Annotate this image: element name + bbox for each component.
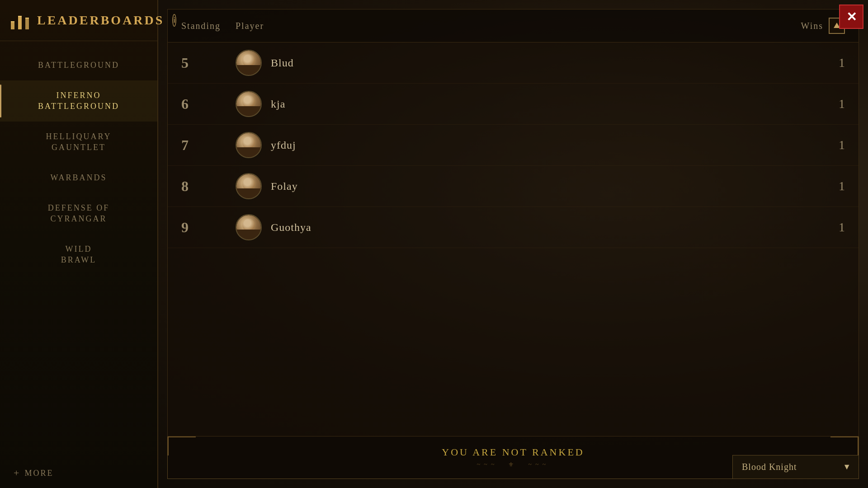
sidebar-item-warbands[interactable]: WARBANDS	[0, 163, 157, 193]
svg-rect-0	[11, 22, 14, 29]
avatar-image	[236, 133, 261, 157]
row-player: yfduj	[236, 132, 791, 158]
avatar-image	[236, 51, 261, 75]
avatar	[236, 173, 262, 199]
avatar	[236, 91, 262, 117]
row-standing: 8	[181, 178, 236, 195]
sidebar: LEADERBOARDS i BATTLEGROUND INFERNOBATTL…	[0, 0, 158, 488]
row-standing: 7	[181, 137, 236, 154]
svg-rect-3	[11, 21, 14, 22]
avatar	[236, 132, 262, 158]
row-player: kja	[236, 91, 791, 117]
row-player: Blud	[236, 50, 791, 76]
more-plus-icon: +	[14, 467, 19, 479]
table-row: 8 Folay 1	[168, 166, 859, 207]
row-wins: 1	[791, 138, 845, 152]
avatar-image	[236, 174, 261, 198]
row-player: Folay	[236, 173, 791, 199]
sidebar-item-helliquary-gauntlet[interactable]: HELLIQUARYGAUNTLET	[0, 122, 157, 163]
avatar	[236, 214, 262, 240]
row-player: Guothya	[236, 214, 791, 240]
class-dropdown-container: Blood Knight ▼	[732, 455, 859, 479]
sidebar-item-wild-brawl[interactable]: WILDBRAWL	[0, 234, 157, 275]
sidebar-item-defense-of-cyrangar[interactable]: DEFENSE OFCYRANGAR	[0, 193, 157, 234]
dropdown-arrow-icon: ▼	[843, 462, 851, 472]
more-label: MORE	[24, 469, 53, 478]
table-header: Standing Player Wins	[167, 9, 859, 42]
sidebar-item-battleground[interactable]: BATTLEGROUND	[0, 50, 157, 80]
table-row: 9 Guothya 1	[168, 207, 859, 248]
col-header-standing: Standing	[181, 21, 236, 31]
row-standing: 5	[181, 55, 236, 71]
sidebar-item-inferno-battleground[interactable]: INFERNOBATTLEGROUND	[0, 80, 157, 122]
row-wins: 1	[791, 56, 845, 70]
svg-rect-5	[25, 18, 29, 19]
sidebar-nav: BATTLEGROUND INFERNOBATTLEGROUND HELLIQU…	[0, 41, 157, 458]
col-header-player: Player	[236, 21, 791, 31]
table-row: 5 Blud 1	[168, 42, 859, 84]
table-body: 5 Blud 1 6 kja 1 7	[167, 42, 859, 436]
row-wins: 1	[791, 179, 845, 193]
avatar	[236, 50, 262, 76]
main-content: Standing Player Wins 5 Blud 1 6	[158, 0, 868, 488]
class-dropdown-value: Blood Knight	[742, 462, 797, 472]
player-name: yfduj	[271, 139, 296, 151]
table-row: 7 yfduj 1	[168, 125, 859, 166]
table-row: 6 kja 1	[168, 84, 859, 125]
player-name: Guothya	[271, 221, 311, 234]
info-button[interactable]: i	[172, 14, 176, 27]
svg-rect-2	[25, 19, 29, 29]
avatar-image	[236, 92, 261, 116]
leaderboards-title: LEADERBOARDS	[37, 13, 164, 28]
avatar-image	[236, 215, 261, 239]
more-section[interactable]: + MORE	[0, 458, 157, 488]
player-name: Blud	[271, 57, 294, 69]
col-header-wins: Wins	[791, 18, 845, 34]
close-button[interactable]: ✕	[839, 5, 863, 29]
svg-rect-1	[18, 17, 22, 29]
row-standing: 6	[181, 96, 236, 113]
class-dropdown[interactable]: Blood Knight ▼	[732, 455, 859, 479]
leaderboards-icon	[9, 8, 31, 33]
svg-rect-4	[18, 16, 22, 17]
row-wins: 1	[791, 220, 845, 235]
row-wins: 1	[791, 97, 845, 111]
player-name: Folay	[271, 180, 298, 192]
row-standing: 9	[181, 219, 236, 236]
player-name: kja	[271, 98, 285, 110]
sidebar-header: LEADERBOARDS i	[0, 0, 157, 41]
